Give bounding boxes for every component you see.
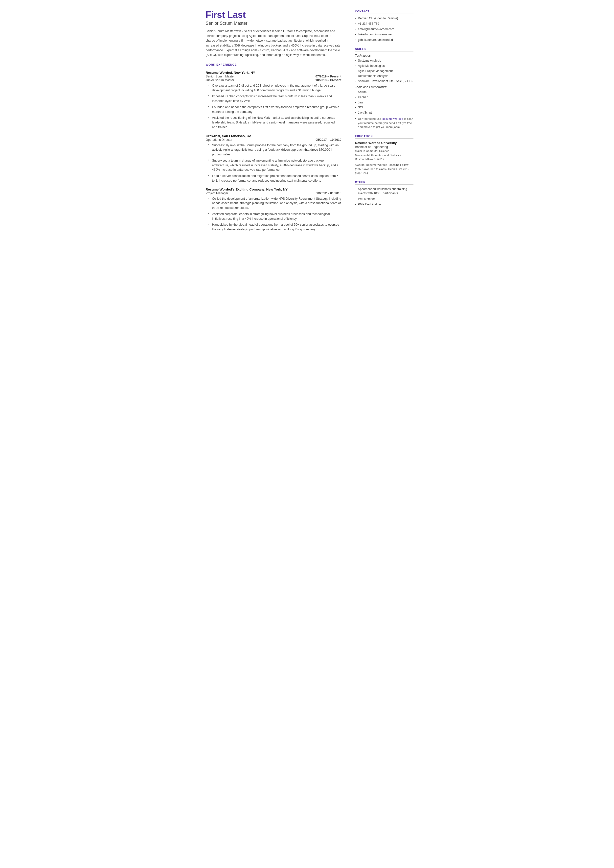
bullet-list-1: Oversaw a team of 5 direct and 20 indire… bbox=[208, 83, 341, 130]
edu-degree: Bachelor of Engineering bbox=[355, 145, 414, 149]
contact-item-3: linkedin.com/in/username bbox=[355, 33, 414, 37]
full-name: First Last bbox=[206, 10, 341, 20]
role-title-1a: Senior Scrum Master bbox=[206, 75, 235, 78]
edu-major: Major in Computer Science bbox=[355, 149, 414, 153]
contact-list: Denver, OH (Open to Remote) +1-234-456-7… bbox=[355, 16, 414, 42]
role-date-1b: 10/2018 – Present bbox=[316, 78, 341, 82]
role-title-1b: Junior Scrum Master bbox=[206, 78, 234, 82]
other-section: OTHER Spearheaded workshops and training… bbox=[355, 181, 414, 207]
other-item-1: PMI Member bbox=[355, 197, 414, 201]
skill-technique-4: Software Development Life Cycle (SDLC) bbox=[355, 79, 414, 83]
tools-category-label: Tools and Frameworks: bbox=[355, 85, 414, 89]
bullet-1-2: Imposed Kanban concepts which increased … bbox=[208, 94, 341, 103]
bullet-3-3: Handpicked by the global head of operati… bbox=[208, 222, 341, 232]
contact-item-1: +1-234-456-789 bbox=[355, 22, 414, 26]
promo-prefix: Don't forget to use bbox=[358, 117, 382, 120]
employer-block-2: Growthsi, San Francisco, CA Operations D… bbox=[206, 134, 341, 183]
tools-list: Scrum Kanban Jira SQL JavaScript bbox=[355, 90, 414, 115]
other-item-0: Spearheaded workshops and training event… bbox=[355, 187, 414, 196]
skill-tool-1: Kanban bbox=[355, 95, 414, 99]
employer-block-3: Resume Worded's Exciting Company, New Yo… bbox=[206, 188, 341, 232]
role-date-2a: 05/2017 – 10/2019 bbox=[316, 138, 341, 141]
role-row-2a: Operations Director 05/2017 – 10/2019 bbox=[206, 138, 341, 141]
name-title-block: First Last Senior Scrum Master bbox=[206, 10, 341, 26]
bullet-1-1: Oversaw a team of 5 direct and 20 indire… bbox=[208, 83, 341, 93]
contact-item-4: github.com/resumeworded bbox=[355, 38, 414, 42]
employer-name-3: Resume Worded's Exciting Company, New Yo… bbox=[206, 188, 341, 191]
right-column: CONTACT Denver, OH (Open to Remote) +1-2… bbox=[349, 0, 419, 868]
bullet-2-2: Supervised a team in charge of implement… bbox=[208, 158, 341, 172]
role-date-3a: 08/2012 – 01/2015 bbox=[316, 191, 341, 195]
bullet-2-1: Successfully re-built the Scrum process … bbox=[208, 143, 341, 157]
employer-name-2: Growthsi, San Francisco, CA bbox=[206, 134, 341, 138]
bullet-list-2: Successfully re-built the Scrum process … bbox=[208, 143, 341, 183]
role-row-1a: Senior Scrum Master 07/2019 – Present bbox=[206, 75, 341, 78]
techniques-list: Systems Analysis Agile Methodologies Agi… bbox=[355, 59, 414, 83]
bullet-2-3: Lead a server consolidation and migratio… bbox=[208, 174, 341, 183]
bullet-3-1: Co-led the development of an organizatio… bbox=[208, 196, 341, 210]
bullet-list-3: Co-led the development of an organizatio… bbox=[208, 196, 341, 232]
skill-tool-0: Scrum bbox=[355, 90, 414, 94]
skills-section: SKILLS Techniques: Systems Analysis Agil… bbox=[355, 48, 414, 129]
bullet-3-2: Assisted corporate leaders in strategizi… bbox=[208, 212, 341, 221]
role-row-3a: Project Manager 08/2012 – 01/2015 bbox=[206, 191, 341, 195]
contact-item-0: Denver, OH (Open to Remote) bbox=[355, 16, 414, 20]
other-section-title: OTHER bbox=[355, 181, 414, 185]
edu-school: Resume Worded University bbox=[355, 141, 414, 145]
education-section-title: EDUCATION bbox=[355, 135, 414, 138]
role-title-3a: Project Manager bbox=[206, 191, 228, 195]
employer-block-1: Resume Worded, New York, NY Senior Scrum… bbox=[206, 71, 341, 130]
skills-promo-text: Don't forget to use Resume Worded to sca… bbox=[355, 117, 414, 129]
skill-technique-2: Agile Project Management bbox=[355, 69, 414, 73]
skill-tool-4: JavaScript bbox=[355, 110, 414, 115]
employer-name-1: Resume Worded, New York, NY bbox=[206, 71, 341, 75]
bullet-1-3: Founded and headed the company's first d… bbox=[208, 105, 341, 114]
work-experience-section-title: WORK EXPERIENCE bbox=[206, 63, 341, 67]
edu-awards: Awards: Resume Worded Teaching Fellow (o… bbox=[355, 163, 414, 175]
education-block: Resume Worded University Bachelor of Eng… bbox=[355, 141, 414, 175]
edu-minors: Minors in Mathematics and Statistics bbox=[355, 153, 414, 157]
skills-section-title: SKILLS bbox=[355, 48, 414, 51]
skill-technique-3: Requirements Analysis bbox=[355, 74, 414, 78]
techniques-category-label: Techniques: bbox=[355, 54, 414, 57]
contact-section-title: CONTACT bbox=[355, 10, 414, 14]
skill-technique-0: Systems Analysis bbox=[355, 59, 414, 63]
skill-tool-3: SQL bbox=[355, 106, 414, 110]
role-row-1b: Junior Scrum Master 10/2018 – Present bbox=[206, 78, 341, 82]
skill-technique-1: Agile Methodologies bbox=[355, 64, 414, 68]
promo-link[interactable]: Resume Worded bbox=[382, 117, 403, 120]
contact-section: CONTACT Denver, OH (Open to Remote) +1-2… bbox=[355, 10, 414, 42]
contact-item-2: email@resumeworded.com bbox=[355, 27, 414, 31]
skill-tool-2: Jira bbox=[355, 101, 414, 105]
summary-text: Senior Scrum Master with 7 years of expe… bbox=[206, 29, 341, 57]
other-list: Spearheaded workshops and training event… bbox=[355, 187, 414, 207]
job-title: Senior Scrum Master bbox=[206, 21, 341, 26]
education-section: EDUCATION Resume Worded University Bache… bbox=[355, 135, 414, 175]
left-column: First Last Senior Scrum Master Senior Sc… bbox=[196, 0, 349, 868]
edu-location-date: Boston, MA — 05/2017 bbox=[355, 157, 414, 161]
role-date-1a: 07/2019 – Present bbox=[316, 75, 341, 78]
other-item-2: PMP Certification bbox=[355, 202, 414, 207]
role-title-2a: Operations Director bbox=[206, 138, 233, 141]
resume-wrapper: First Last Senior Scrum Master Senior Sc… bbox=[196, 0, 419, 868]
bullet-1-4: Assisted the repositioning of the New Yo… bbox=[208, 116, 341, 129]
